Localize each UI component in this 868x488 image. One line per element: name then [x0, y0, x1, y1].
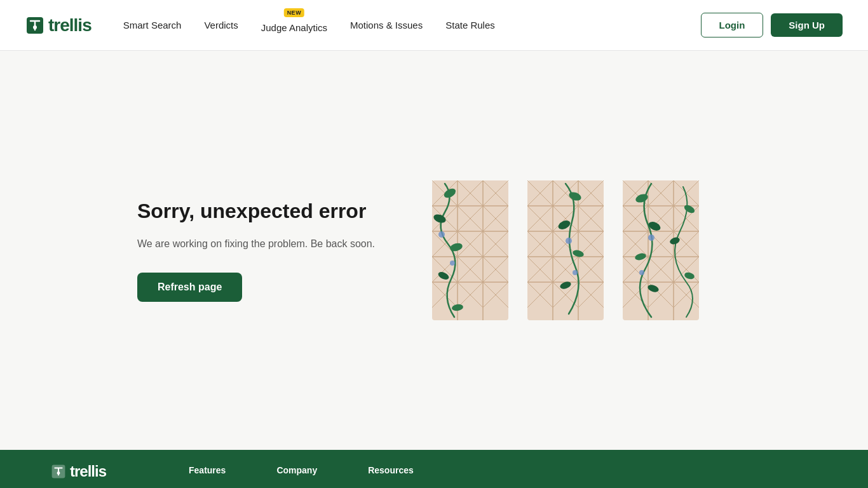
header-actions: Login Sign Up — [701, 13, 843, 37]
svg-point-88 — [573, 270, 578, 275]
footer-logo-text: trellis — [70, 463, 106, 480]
svg-point-136 — [57, 471, 60, 475]
logo[interactable]: trellis — [25, 15, 92, 36]
nav-judge-analytics[interactable]: NEW Judge Analytics — [261, 17, 327, 33]
svg-point-87 — [566, 238, 572, 244]
nav-smart-search[interactable]: Smart Search — [123, 20, 182, 30]
footer-features: Features — [189, 465, 226, 478]
svg-rect-46 — [527, 180, 604, 320]
svg-point-130 — [648, 234, 654, 241]
main-content: Sorry, unexpected error We are working o… — [0, 51, 868, 450]
signup-button[interactable]: Sign Up — [771, 13, 843, 37]
letter-0-second-group — [623, 180, 699, 320]
error-illustration — [426, 174, 731, 327]
site-footer: trellis Features Company Resources — [0, 450, 868, 488]
footer-resources-heading: Resources — [368, 465, 414, 475]
refresh-button[interactable]: Refresh page — [137, 273, 242, 302]
svg-point-1 — [33, 25, 37, 29]
footer-company-heading: Company — [276, 465, 317, 475]
footer-features-heading: Features — [189, 465, 226, 475]
site-header: trellis Smart Search Verdicts NEW Judge … — [0, 0, 868, 51]
svg-point-45 — [450, 261, 455, 266]
new-badge: NEW — [284, 8, 305, 17]
nav-verdicts[interactable]: Verdicts — [204, 20, 238, 30]
logo-text: trellis — [48, 15, 92, 36]
nav-state-rules[interactable]: State Rules — [445, 20, 495, 30]
error-description: We are working on fixing the problem. Be… — [137, 236, 375, 252]
svg-rect-2 — [432, 180, 508, 320]
error-title: Sorry, unexpected error — [137, 199, 375, 223]
footer-resources: Resources — [368, 465, 414, 478]
svg-point-44 — [438, 231, 445, 238]
footer-company: Company — [276, 465, 317, 478]
logo-icon — [25, 16, 44, 35]
error-content-area: Sorry, unexpected error We are working o… — [137, 199, 375, 302]
footer-logo-icon — [51, 464, 66, 479]
footer-logo: trellis — [51, 463, 106, 480]
letter-5-group — [432, 180, 508, 320]
main-nav: Smart Search Verdicts NEW Judge Analytic… — [123, 17, 701, 33]
svg-point-131 — [639, 270, 644, 275]
login-button[interactable]: Login — [701, 13, 764, 37]
five-hundred-svg — [426, 174, 731, 327]
letter-0-first-group — [527, 180, 604, 320]
nav-motions-issues[interactable]: Motions & Issues — [350, 20, 423, 30]
